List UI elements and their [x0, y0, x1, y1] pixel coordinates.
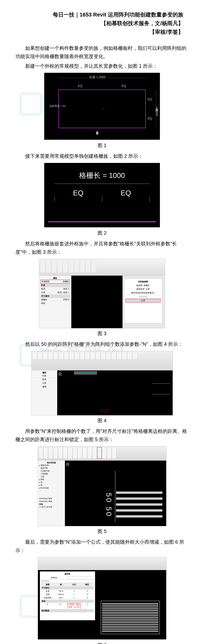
ribbon-button[interactable] [39, 447, 43, 459]
ribbon-button[interactable] [127, 352, 132, 360]
ribbon-button[interactable] [122, 352, 127, 360]
name-field[interactable]: 名称(N): [41, 576, 94, 580]
ribbon-button[interactable] [46, 260, 51, 273]
param-row[interactable]: 长度700.0=☐ [41, 590, 94, 593]
ribbon-button[interactable] [53, 447, 58, 459]
project-browser[interactable]: 项目浏览器 ▸ 视图(全部) 楼层平面 天花板平面 三维视图 立面 ▸ 图纸 ▸… [38, 460, 65, 526]
ribbon-button[interactable] [64, 352, 69, 360]
browser-item[interactable]: 楼层平面 [39, 467, 64, 470]
ribbon-button[interactable] [96, 352, 101, 360]
ribbon-button[interactable] [43, 352, 48, 360]
ribbon-button[interactable] [106, 352, 111, 360]
param-row[interactable]: 宽度1000.0=☐ [41, 593, 94, 596]
article-header: 每日一技｜1653 Revit 运用阵列功能创建数量参变的族 【柏慕联创技术服务… [15, 10, 189, 36]
edge-width-left: 边框宽度 = 50 [49, 104, 65, 108]
section-header: 其他 [39, 503, 64, 506]
search-input[interactable]: 搜索参数 [125, 295, 161, 299]
ribbon-button[interactable] [73, 447, 77, 459]
options-bar-highlight[interactable] [74, 371, 97, 375]
ribbon-button[interactable] [107, 447, 111, 459]
param-row[interactable]: 边框宽度50.0=☐ [41, 596, 94, 600]
properties-panel[interactable]: 属性 约束 标高 主体 偏移 [31, 370, 57, 415]
ribbon-button[interactable] [63, 260, 68, 273]
family-types-dialog[interactable]: 族类型 名称(N): 搜索参数 参数值公式锁定 尺寸标注 长度700.0=☐ 宽… [40, 571, 95, 620]
eq-label: EQ [148, 97, 152, 101]
browser-item[interactable]: ▸ 组 [39, 484, 64, 486]
browser-item[interactable]: 立面 [39, 475, 64, 478]
ribbon-button[interactable] [48, 447, 53, 459]
ribbon-button[interactable] [69, 352, 74, 360]
ribbon-button[interactable] [32, 352, 37, 360]
eq-label: EQ [78, 84, 82, 88]
properties-panel[interactable]: 属性 常规模型 格栅板 约束 标高标高 1 主体标高 : 标高 1 尺寸标注 格… [39, 276, 71, 328]
ribbon-button[interactable] [132, 352, 137, 360]
associate-param-dialog[interactable]: 关联族参数 族参数: 格栅长 参数类型: 长度 兼容类型的现有族参数(E): 搜… [124, 278, 162, 323]
array-element-highlight[interactable] [101, 410, 109, 412]
ribbon-button[interactable] [101, 352, 106, 360]
ribbon-button[interactable] [83, 447, 87, 459]
property-row[interactable]: 主体标高 : 标高 1 [40, 291, 70, 294]
paragraph-step6: 最后，需要为参数"N"添加一个公式，使其能随外框大小而增减，如图 6 所示： [15, 538, 189, 554]
ribbon-button[interactable] [86, 260, 91, 273]
property-row[interactable]: 体积 [40, 302, 70, 305]
revit-ribbon[interactable] [38, 446, 166, 460]
ribbon-button[interactable] [90, 352, 95, 360]
ribbon-button[interactable] [68, 447, 72, 459]
revit-ribbon[interactable] [39, 259, 165, 276]
selected-param[interactable]: 长度 [125, 299, 161, 302]
ribbon-button[interactable] [74, 352, 79, 360]
ribbon-button[interactable] [57, 260, 62, 273]
ribbon-button[interactable] [48, 352, 53, 360]
property-row[interactable]: 标高标高 1 [40, 287, 70, 291]
ribbon-button[interactable] [111, 352, 116, 360]
ribbon-button[interactable] [52, 260, 57, 273]
property-row[interactable]: 主体 [32, 382, 56, 385]
figure-2: 格栅长 = 1000 EQ EQ [15, 163, 189, 228]
ribbon-button[interactable] [85, 352, 90, 360]
paragraph-intro: 如果想创建一个构件数量参变的族，例如格栅板时，我们可以利用阵列组的功能实现中间格… [15, 44, 189, 61]
revit-ribbon[interactable] [31, 351, 173, 370]
property-row[interactable]: 约束 [32, 374, 56, 378]
param-row-n[interactable]: N 17 =(宽度 - 边框宽度 * 3) / 50 ☐ [41, 603, 94, 609]
type-selector[interactable]: 常规模型 格栅板 [40, 280, 70, 284]
ribbon-button[interactable] [112, 447, 116, 459]
browser-item[interactable]: ▸ Revit 链接 [39, 486, 64, 490]
aligned-dimension-button[interactable] [97, 447, 102, 459]
browser-item[interactable]: ▸ 图纸 [39, 478, 64, 481]
ribbon-button[interactable] [63, 447, 68, 459]
browser-item[interactable]: ▸ 族 [39, 481, 64, 484]
paragraph-step2: 接下来需要用常规模型单独创建格栅族，如图 2 所示： [15, 152, 189, 160]
ribbon-button[interactable] [91, 260, 96, 273]
ribbon-button[interactable] [92, 447, 97, 459]
property-row[interactable]: ☐ 基于工作平面 [39, 506, 64, 508]
search-input[interactable]: 搜索参数 [41, 580, 94, 583]
property-row[interactable]: 格栅长1000.0 [40, 298, 70, 302]
ribbon-button[interactable] [74, 260, 79, 273]
revit-logo: R [66, 462, 70, 467]
ribbon-button[interactable] [58, 447, 63, 459]
property-row[interactable]: 偏移 [32, 385, 56, 388]
ribbon-button[interactable] [69, 260, 74, 273]
ribbon-button[interactable] [87, 447, 92, 459]
drawing-area[interactable] [71, 276, 122, 328]
property-row[interactable]: 标高 [32, 378, 56, 382]
dialog-title: 族类型 [41, 573, 94, 576]
ribbon-button[interactable] [53, 352, 58, 360]
property-row: OmniClass 编号 [39, 497, 64, 500]
ribbon-button[interactable] [78, 447, 82, 459]
ribbon-button[interactable] [102, 447, 106, 459]
ribbon-button[interactable] [80, 260, 85, 273]
browser-item[interactable]: 三维视图 [39, 472, 64, 475]
ribbon-button[interactable] [38, 352, 42, 360]
eq-label: EQ [148, 117, 152, 120]
ribbon-button[interactable] [59, 352, 64, 360]
ribbon-button[interactable] [40, 260, 45, 273]
figure-2-caption: 图 2 [15, 230, 189, 236]
ribbon-button[interactable] [80, 352, 85, 360]
ribbon-button[interactable] [43, 447, 48, 459]
figure-3-caption: 图 3 [15, 330, 189, 337]
revit-ribbon[interactable] [38, 557, 166, 570]
ribbon-button[interactable] [117, 352, 121, 360]
browser-item[interactable]: ▸ 视图(全部) [39, 464, 64, 467]
browser-item[interactable]: 天花板平面 [39, 470, 64, 472]
